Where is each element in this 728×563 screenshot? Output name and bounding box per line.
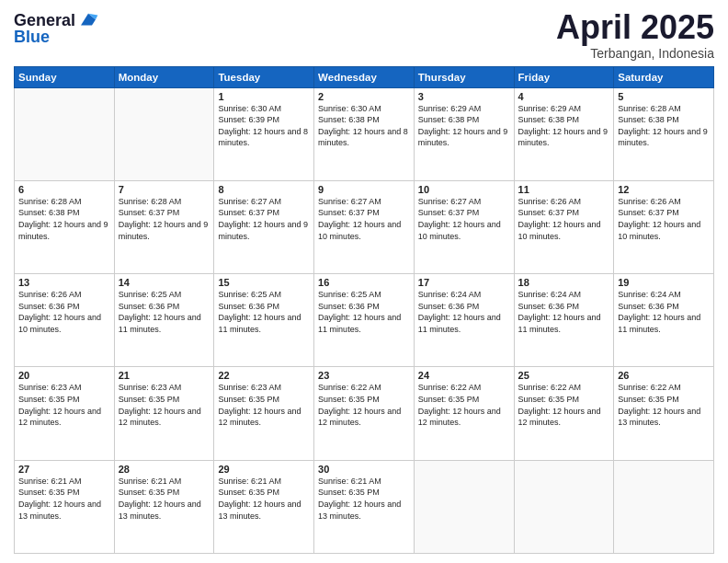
day-number: 22 (218, 370, 310, 381)
calendar-day-cell (514, 460, 614, 553)
day-number: 29 (218, 464, 310, 475)
col-tuesday: Tuesday (214, 66, 314, 87)
day-number: 12 (618, 184, 710, 195)
day-number: 10 (418, 184, 510, 195)
calendar-day-cell: 6Sunrise: 6:28 AMSunset: 6:38 PMDaylight… (15, 180, 115, 273)
calendar-day-cell: 18Sunrise: 6:24 AMSunset: 6:36 PMDayligh… (514, 274, 614, 367)
calendar-week-row: 27Sunrise: 6:21 AMSunset: 6:35 PMDayligh… (15, 460, 714, 553)
calendar-day-cell: 1Sunrise: 6:30 AMSunset: 6:39 PMDaylight… (214, 87, 314, 180)
day-info: Sunrise: 6:26 AMSunset: 6:36 PMDaylight:… (18, 289, 110, 335)
day-number: 15 (218, 277, 310, 288)
calendar-day-cell (15, 87, 115, 180)
day-number: 30 (318, 464, 410, 475)
day-number: 4 (518, 91, 610, 102)
calendar-week-row: 13Sunrise: 6:26 AMSunset: 6:36 PMDayligh… (15, 274, 714, 367)
col-friday: Friday (514, 66, 614, 87)
day-info: Sunrise: 6:26 AMSunset: 6:37 PMDaylight:… (518, 196, 610, 242)
day-info: Sunrise: 6:27 AMSunset: 6:37 PMDaylight:… (218, 196, 310, 242)
calendar-day-cell: 3Sunrise: 6:29 AMSunset: 6:38 PMDaylight… (414, 87, 514, 180)
day-info: Sunrise: 6:21 AMSunset: 6:35 PMDaylight:… (218, 476, 310, 522)
calendar-day-cell: 30Sunrise: 6:21 AMSunset: 6:35 PMDayligh… (314, 460, 415, 553)
day-info: Sunrise: 6:25 AMSunset: 6:36 PMDaylight:… (119, 289, 210, 335)
calendar-day-cell: 14Sunrise: 6:25 AMSunset: 6:36 PMDayligh… (114, 274, 214, 367)
calendar-day-cell: 25Sunrise: 6:22 AMSunset: 6:35 PMDayligh… (514, 367, 614, 460)
day-info: Sunrise: 6:21 AMSunset: 6:35 PMDaylight:… (318, 476, 410, 522)
day-info: Sunrise: 6:21 AMSunset: 6:35 PMDaylight:… (119, 476, 210, 522)
col-wednesday: Wednesday (314, 66, 415, 87)
day-number: 28 (119, 464, 210, 475)
calendar-day-cell: 24Sunrise: 6:22 AMSunset: 6:35 PMDayligh… (414, 367, 514, 460)
calendar-day-cell: 7Sunrise: 6:28 AMSunset: 6:37 PMDaylight… (114, 180, 214, 273)
day-number: 1 (218, 91, 310, 102)
page: General Blue April 2025 Terbangan, Indon… (0, 0, 728, 563)
calendar-day-cell: 29Sunrise: 6:21 AMSunset: 6:35 PMDayligh… (214, 460, 314, 553)
day-number: 3 (418, 91, 510, 102)
calendar-day-cell: 28Sunrise: 6:21 AMSunset: 6:35 PMDayligh… (114, 460, 214, 553)
calendar-day-cell: 27Sunrise: 6:21 AMSunset: 6:35 PMDayligh… (15, 460, 115, 553)
day-number: 13 (18, 277, 110, 288)
day-info: Sunrise: 6:23 AMSunset: 6:35 PMDaylight:… (119, 382, 210, 428)
calendar-day-cell: 17Sunrise: 6:24 AMSunset: 6:36 PMDayligh… (414, 274, 514, 367)
day-info: Sunrise: 6:21 AMSunset: 6:35 PMDaylight:… (18, 476, 110, 522)
day-number: 9 (318, 184, 410, 195)
day-info: Sunrise: 6:27 AMSunset: 6:37 PMDaylight:… (318, 196, 410, 242)
calendar-day-cell: 4Sunrise: 6:29 AMSunset: 6:38 PMDaylight… (514, 87, 614, 180)
calendar-day-cell: 8Sunrise: 6:27 AMSunset: 6:37 PMDaylight… (214, 180, 314, 273)
calendar-day-cell: 5Sunrise: 6:28 AMSunset: 6:38 PMDaylight… (614, 87, 714, 180)
day-info: Sunrise: 6:24 AMSunset: 6:36 PMDaylight:… (518, 289, 610, 335)
day-number: 16 (318, 277, 410, 288)
day-info: Sunrise: 6:22 AMSunset: 6:35 PMDaylight:… (618, 382, 710, 428)
day-number: 18 (518, 277, 610, 288)
day-number: 14 (119, 277, 210, 288)
calendar-day-cell (114, 87, 214, 180)
calendar-day-cell: 10Sunrise: 6:27 AMSunset: 6:37 PMDayligh… (414, 180, 514, 273)
calendar-day-cell: 16Sunrise: 6:25 AMSunset: 6:36 PMDayligh… (314, 274, 415, 367)
col-saturday: Saturday (614, 66, 714, 87)
day-number: 27 (18, 464, 110, 475)
day-info: Sunrise: 6:28 AMSunset: 6:37 PMDaylight:… (119, 196, 210, 242)
day-info: Sunrise: 6:27 AMSunset: 6:37 PMDaylight:… (418, 196, 510, 242)
day-number: 17 (418, 277, 510, 288)
day-number: 11 (518, 184, 610, 195)
calendar-day-cell: 12Sunrise: 6:26 AMSunset: 6:37 PMDayligh… (614, 180, 714, 273)
calendar-week-row: 6Sunrise: 6:28 AMSunset: 6:38 PMDaylight… (15, 180, 714, 273)
day-number: 5 (618, 91, 710, 102)
day-info: Sunrise: 6:22 AMSunset: 6:35 PMDaylight:… (518, 382, 610, 428)
calendar-day-cell: 20Sunrise: 6:23 AMSunset: 6:35 PMDayligh… (15, 367, 115, 460)
day-info: Sunrise: 6:30 AMSunset: 6:38 PMDaylight:… (318, 103, 410, 149)
logo-icon (77, 9, 99, 31)
day-info: Sunrise: 6:25 AMSunset: 6:36 PMDaylight:… (318, 289, 410, 335)
calendar-day-cell: 23Sunrise: 6:22 AMSunset: 6:35 PMDayligh… (314, 367, 415, 460)
day-info: Sunrise: 6:28 AMSunset: 6:38 PMDaylight:… (18, 196, 110, 242)
day-number: 25 (518, 370, 610, 381)
col-monday: Monday (114, 66, 214, 87)
col-sunday: Sunday (15, 66, 115, 87)
calendar-day-cell (414, 460, 514, 553)
calendar-header-row: Sunday Monday Tuesday Wednesday Thursday… (15, 66, 714, 87)
day-info: Sunrise: 6:24 AMSunset: 6:36 PMDaylight:… (418, 289, 510, 335)
col-thursday: Thursday (414, 66, 514, 87)
day-number: 20 (18, 370, 110, 381)
day-number: 2 (318, 91, 410, 102)
calendar-week-row: 1Sunrise: 6:30 AMSunset: 6:39 PMDaylight… (15, 87, 714, 180)
day-number: 24 (418, 370, 510, 381)
day-info: Sunrise: 6:26 AMSunset: 6:37 PMDaylight:… (618, 196, 710, 242)
calendar-day-cell: 15Sunrise: 6:25 AMSunset: 6:36 PMDayligh… (214, 274, 314, 367)
day-number: 7 (119, 184, 210, 195)
day-info: Sunrise: 6:29 AMSunset: 6:38 PMDaylight:… (418, 103, 510, 149)
calendar-day-cell: 21Sunrise: 6:23 AMSunset: 6:35 PMDayligh… (114, 367, 214, 460)
calendar-day-cell: 22Sunrise: 6:23 AMSunset: 6:35 PMDayligh… (214, 367, 314, 460)
day-number: 19 (618, 277, 710, 288)
day-info: Sunrise: 6:23 AMSunset: 6:35 PMDaylight:… (218, 382, 310, 428)
day-number: 8 (218, 184, 310, 195)
day-info: Sunrise: 6:22 AMSunset: 6:35 PMDaylight:… (318, 382, 410, 428)
calendar-day-cell: 11Sunrise: 6:26 AMSunset: 6:37 PMDayligh… (514, 180, 614, 273)
day-info: Sunrise: 6:23 AMSunset: 6:35 PMDaylight:… (18, 382, 110, 428)
calendar-day-cell: 19Sunrise: 6:24 AMSunset: 6:36 PMDayligh… (614, 274, 714, 367)
day-info: Sunrise: 6:30 AMSunset: 6:39 PMDaylight:… (218, 103, 310, 149)
calendar-day-cell (614, 460, 714, 553)
day-info: Sunrise: 6:28 AMSunset: 6:38 PMDaylight:… (618, 103, 710, 149)
day-number: 23 (318, 370, 410, 381)
calendar-day-cell: 2Sunrise: 6:30 AMSunset: 6:38 PMDaylight… (314, 87, 415, 180)
month-title: April 2025 (556, 9, 714, 46)
